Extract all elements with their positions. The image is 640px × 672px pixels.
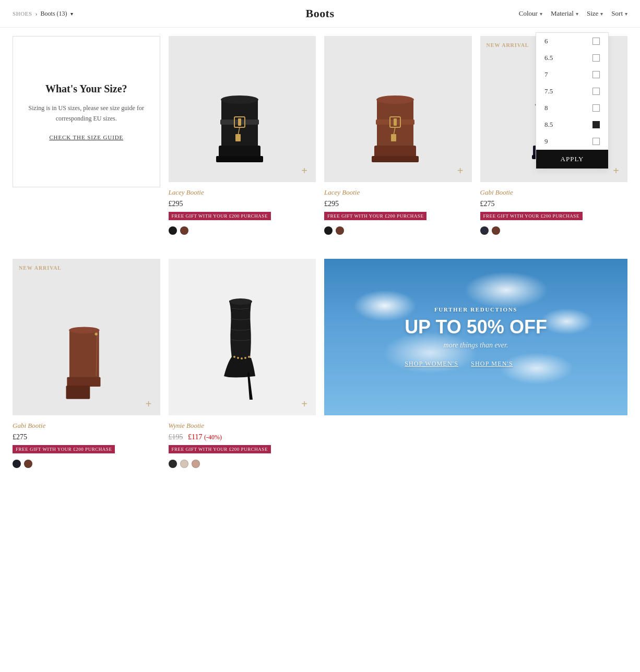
size-option-7-5[interactable]: 7.5 [536, 83, 608, 100]
size-checkbox-8[interactable] [592, 104, 600, 112]
material-chevron-icon: ▾ [576, 11, 578, 17]
color-swatches-3 [480, 226, 628, 235]
promo-tagline: more things than ever. [405, 341, 547, 350]
product-name-1: Lacey Bootie [169, 188, 316, 197]
breadcrumb: SHOES › Boots (13) ▾ [13, 10, 73, 18]
size-checkbox-7[interactable] [592, 71, 600, 78]
breadcrumb-chevron: ▾ [70, 11, 73, 17]
promo-content: FURTHER REDUCTIONS UP TO 50% OFF more th… [405, 306, 547, 368]
product-image-5[interactable]: + [169, 259, 316, 415]
product-image-2[interactable]: + [324, 36, 472, 182]
free-gift-badge-3: FREE GIFT WITH YOUR £200 PURCHASE [480, 212, 583, 220]
product-name-4: Gabi Bootie [13, 422, 160, 430]
filter-bar: Colour ▾ Material ▾ Size ▾ Sort ▾ [519, 9, 627, 18]
product-name-5: Wynie Bootie [169, 422, 316, 430]
page-title: Boots [306, 7, 335, 20]
sort-filter-button[interactable]: Sort ▾ [611, 9, 627, 18]
product-lacey-bootie-black: + Lacey Bootie £295 FREE GIFT WITH YOUR … [164, 36, 321, 238]
product-row-2: NEW ARRIVAL + Gabi Bootie £275 FREE GIFT… [0, 250, 640, 479]
boot-illustration-4 [50, 301, 123, 415]
size-guide-link[interactable]: CHECK THE SIZE GUIDE [49, 134, 123, 140]
svg-point-8 [221, 95, 258, 104]
color-swatches-5 [169, 460, 316, 468]
color-swatch-brown-1[interactable] [180, 226, 188, 235]
size-dropdown: 6 6.5 7 7.5 8 8.5 9 APPLY [536, 32, 609, 169]
promo-banner: FURTHER REDUCTIONS UP TO 50% OFF more th… [324, 259, 627, 415]
size-guide-card: What's Your Size? Sizing is in US sizes,… [8, 36, 164, 238]
color-swatch-navy-4[interactable] [13, 460, 21, 468]
size-chevron-icon: ▾ [600, 11, 603, 17]
svg-point-30 [233, 356, 235, 358]
color-swatches-4 [13, 460, 160, 468]
svg-point-17 [376, 95, 414, 104]
color-swatches-2 [324, 226, 472, 235]
product-gabi-bootie-brown: NEW ARRIVAL + Gabi Bootie £275 FREE GIFT… [8, 259, 164, 471]
promo-headline: UP TO 50% OFF [405, 317, 547, 338]
size-checkbox-9[interactable] [592, 138, 600, 145]
product-info-5: Wynie Bootie £195 £117 (-40%) FREE GIFT … [169, 415, 316, 471]
product-name-3: Gabi Bootie [480, 188, 628, 197]
new-arrival-badge-4: NEW ARRIVAL [19, 265, 62, 271]
color-swatch-brown-3[interactable] [492, 226, 500, 235]
size-guide-content: What's Your Size? Sizing is in US sizes,… [13, 36, 160, 187]
product-price-3: £275 [480, 200, 628, 208]
promo-sub-text: FURTHER REDUCTIONS [405, 306, 547, 313]
size-option-9[interactable]: 9 [536, 133, 608, 150]
size-checkbox-7-5[interactable] [592, 88, 600, 95]
color-swatch-navy-3[interactable] [480, 226, 489, 235]
color-swatch-brown-2[interactable] [336, 226, 344, 235]
color-swatch-black-5[interactable] [169, 460, 177, 468]
top-nav: SHOES › Boots (13) ▾ Boots Colour ▾ Mate… [0, 0, 640, 28]
add-to-cart-button-3[interactable]: + [610, 164, 622, 177]
size-option-8[interactable]: 8 [536, 100, 608, 116]
boot-illustration-2 [361, 67, 434, 182]
size-checkbox-8-5[interactable] [592, 121, 600, 128]
add-to-cart-button-2[interactable]: + [454, 164, 467, 177]
original-price-5: £195 [169, 433, 183, 441]
size-option-8-5[interactable]: 8.5 [536, 116, 608, 133]
color-swatch-black-2[interactable] [324, 226, 333, 235]
breadcrumb-separator: › [35, 10, 38, 18]
product-price-5: £195 £117 (-40%) [169, 433, 316, 441]
svg-point-35 [229, 298, 252, 305]
size-option-7[interactable]: 7 [536, 66, 608, 83]
add-to-cart-button-5[interactable]: + [298, 398, 311, 410]
color-swatch-black-1[interactable] [169, 226, 177, 235]
promo-banner-card: FURTHER REDUCTIONS UP TO 50% OFF more th… [320, 259, 632, 471]
size-checkbox-6-5[interactable] [592, 54, 600, 62]
material-filter-button[interactable]: Material ▾ [551, 9, 578, 18]
size-apply-button[interactable]: APPLY [536, 150, 608, 169]
svg-rect-26 [66, 386, 90, 399]
color-swatch-brown-4[interactable] [24, 460, 32, 468]
svg-rect-16 [391, 134, 396, 141]
color-swatch-nude-5[interactable] [180, 460, 188, 468]
add-to-cart-button-1[interactable]: + [298, 164, 311, 177]
size-option-6-5[interactable]: 6.5 [536, 50, 608, 66]
svg-point-32 [241, 357, 243, 359]
size-guide-title: What's Your Size? [45, 83, 127, 95]
svg-point-31 [237, 357, 239, 359]
color-swatch-blush-5[interactable] [192, 460, 200, 468]
product-price-4: £275 [13, 433, 160, 441]
product-lacey-bootie-brown: + Lacey Bootie £295 FREE GIFT WITH YOUR … [320, 36, 476, 238]
size-checkbox-6[interactable] [592, 38, 600, 45]
product-info-2: Lacey Bootie £295 FREE GIFT WITH YOUR £2… [324, 182, 472, 238]
add-to-cart-button-4[interactable]: + [143, 398, 155, 410]
sort-chevron-icon: ▾ [625, 11, 627, 17]
size-filter-button[interactable]: Size ▾ [587, 9, 603, 18]
free-gift-badge-5: FREE GIFT WITH YOUR £200 PURCHASE [169, 445, 271, 453]
product-price-1: £295 [169, 200, 316, 208]
shop-mens-link[interactable]: SHOP MEN'S [471, 360, 513, 368]
product-price-2: £295 [324, 200, 472, 208]
shop-womens-link[interactable]: SHOP WOMEN'S [405, 360, 458, 368]
breadcrumb-current[interactable]: Boots (13) ▾ [41, 10, 73, 18]
breadcrumb-shoes[interactable]: SHOES [13, 10, 32, 17]
color-swatches-1 [169, 226, 316, 235]
product-info-4: Gabi Bootie £275 FREE GIFT WITH YOUR £20… [13, 415, 160, 471]
product-info-1: Lacey Bootie £295 FREE GIFT WITH YOUR £2… [169, 182, 316, 238]
svg-rect-11 [372, 156, 419, 162]
product-image-4[interactable]: NEW ARRIVAL + [13, 259, 160, 415]
size-option-6[interactable]: 6 [536, 33, 608, 50]
product-image-1[interactable]: + [169, 36, 316, 182]
colour-filter-button[interactable]: Colour ▾ [519, 9, 542, 18]
